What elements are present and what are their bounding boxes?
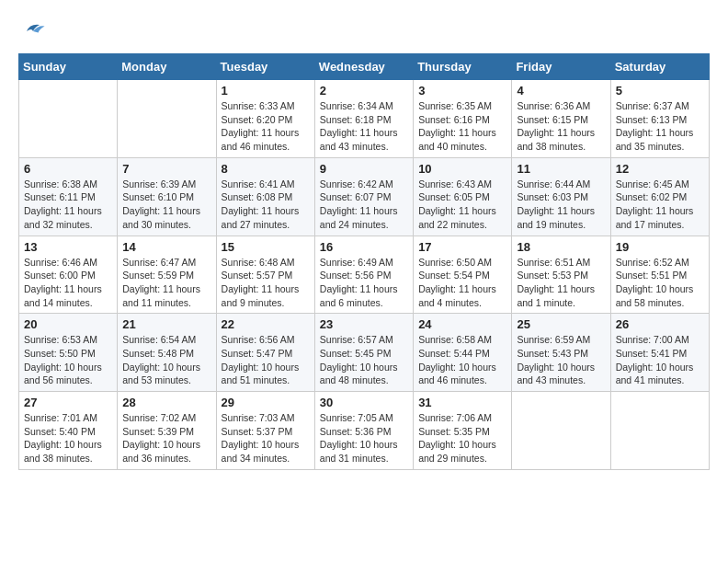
day-detail: Sunrise: 6:51 AMSunset: 5:53 PMDaylight:… bbox=[517, 256, 605, 310]
day-number: 21 bbox=[122, 317, 210, 331]
day-detail: Sunrise: 6:59 AMSunset: 5:43 PMDaylight:… bbox=[517, 333, 605, 387]
column-header-wednesday: Wednesday bbox=[314, 54, 413, 80]
day-number: 13 bbox=[24, 240, 112, 254]
day-detail: Sunrise: 7:02 AMSunset: 5:39 PMDaylight:… bbox=[122, 411, 210, 465]
calendar-cell: 24Sunrise: 6:58 AMSunset: 5:44 PMDayligh… bbox=[414, 314, 512, 392]
calendar-cell: 16Sunrise: 6:49 AMSunset: 5:56 PMDayligh… bbox=[314, 236, 413, 314]
day-detail: Sunrise: 6:33 AMSunset: 6:20 PMDaylight:… bbox=[222, 99, 310, 154]
day-detail: Sunrise: 6:47 AMSunset: 5:59 PMDaylight:… bbox=[122, 256, 210, 310]
calendar-cell bbox=[118, 80, 216, 158]
page-header bbox=[18, 18, 710, 44]
day-detail: Sunrise: 6:36 AMSunset: 6:15 PMDaylight:… bbox=[517, 99, 605, 154]
calendar-cell: 19Sunrise: 6:52 AMSunset: 5:51 PMDayligh… bbox=[610, 236, 709, 314]
calendar-cell: 11Sunrise: 6:44 AMSunset: 6:03 PMDayligh… bbox=[512, 157, 610, 236]
calendar-cell: 10Sunrise: 6:43 AMSunset: 6:05 PMDayligh… bbox=[414, 157, 512, 236]
calendar-cell: 5Sunrise: 6:37 AMSunset: 6:13 PMDaylight… bbox=[610, 80, 709, 158]
calendar-cell: 29Sunrise: 7:03 AMSunset: 5:37 PMDayligh… bbox=[216, 392, 314, 470]
day-number: 6 bbox=[24, 162, 112, 176]
day-number: 7 bbox=[122, 162, 210, 176]
day-number: 8 bbox=[222, 162, 310, 176]
day-number: 12 bbox=[616, 162, 704, 176]
calendar-cell: 3Sunrise: 6:35 AMSunset: 6:16 PMDaylight… bbox=[414, 80, 512, 158]
calendar-table: SundayMondayTuesdayWednesdayThursdayFrid… bbox=[18, 53, 710, 470]
calendar-cell: 15Sunrise: 6:48 AMSunset: 5:57 PMDayligh… bbox=[216, 236, 314, 314]
day-detail: Sunrise: 6:57 AMSunset: 5:45 PMDaylight:… bbox=[320, 333, 408, 387]
calendar-cell: 8Sunrise: 6:41 AMSunset: 6:08 PMDaylight… bbox=[216, 157, 314, 236]
day-detail: Sunrise: 6:54 AMSunset: 5:48 PMDaylight:… bbox=[122, 333, 210, 387]
day-detail: Sunrise: 6:37 AMSunset: 6:13 PMDaylight:… bbox=[616, 99, 704, 154]
calendar-cell: 12Sunrise: 6:45 AMSunset: 6:02 PMDayligh… bbox=[610, 157, 709, 236]
day-number: 19 bbox=[616, 240, 704, 254]
day-number: 25 bbox=[517, 317, 605, 331]
calendar-week-row: 1Sunrise: 6:33 AMSunset: 6:20 PMDaylight… bbox=[19, 80, 710, 158]
calendar-week-row: 6Sunrise: 6:38 AMSunset: 6:11 PMDaylight… bbox=[19, 157, 710, 236]
calendar-cell: 26Sunrise: 7:00 AMSunset: 5:41 PMDayligh… bbox=[610, 314, 709, 392]
day-number: 27 bbox=[24, 396, 112, 409]
day-number: 20 bbox=[24, 317, 112, 331]
day-number: 30 bbox=[320, 396, 408, 409]
calendar-cell: 28Sunrise: 7:02 AMSunset: 5:39 PMDayligh… bbox=[118, 392, 216, 470]
calendar-week-row: 20Sunrise: 6:53 AMSunset: 5:50 PMDayligh… bbox=[19, 314, 710, 392]
calendar-cell: 9Sunrise: 6:42 AMSunset: 6:07 PMDaylight… bbox=[314, 157, 413, 236]
day-detail: Sunrise: 6:56 AMSunset: 5:47 PMDaylight:… bbox=[222, 333, 310, 387]
day-number: 1 bbox=[222, 84, 310, 98]
column-header-friday: Friday bbox=[512, 54, 610, 80]
day-detail: Sunrise: 6:53 AMSunset: 5:50 PMDaylight:… bbox=[24, 333, 112, 387]
day-number: 9 bbox=[320, 162, 408, 176]
day-detail: Sunrise: 6:58 AMSunset: 5:44 PMDaylight:… bbox=[418, 333, 506, 387]
day-number: 18 bbox=[517, 240, 605, 254]
day-number: 28 bbox=[122, 396, 210, 409]
day-number: 17 bbox=[418, 240, 506, 254]
day-number: 26 bbox=[616, 317, 704, 331]
day-detail: Sunrise: 6:48 AMSunset: 5:57 PMDaylight:… bbox=[222, 256, 310, 310]
calendar-cell: 31Sunrise: 7:06 AMSunset: 5:35 PMDayligh… bbox=[414, 392, 512, 470]
column-header-saturday: Saturday bbox=[610, 54, 709, 80]
day-number: 15 bbox=[222, 240, 310, 254]
calendar-cell: 22Sunrise: 6:56 AMSunset: 5:47 PMDayligh… bbox=[216, 314, 314, 392]
day-number: 22 bbox=[222, 317, 310, 331]
calendar-cell: 25Sunrise: 6:59 AMSunset: 5:43 PMDayligh… bbox=[512, 314, 610, 392]
day-detail: Sunrise: 7:00 AMSunset: 5:41 PMDaylight:… bbox=[616, 333, 704, 387]
day-number: 3 bbox=[418, 84, 506, 98]
calendar-cell: 18Sunrise: 6:51 AMSunset: 5:53 PMDayligh… bbox=[512, 236, 610, 314]
calendar-cell: 20Sunrise: 6:53 AMSunset: 5:50 PMDayligh… bbox=[19, 314, 118, 392]
day-detail: Sunrise: 7:03 AMSunset: 5:37 PMDaylight:… bbox=[222, 411, 310, 465]
day-number: 4 bbox=[517, 84, 605, 98]
calendar-cell: 21Sunrise: 6:54 AMSunset: 5:48 PMDayligh… bbox=[118, 314, 216, 392]
day-detail: Sunrise: 6:49 AMSunset: 5:56 PMDaylight:… bbox=[320, 256, 408, 310]
calendar-cell: 30Sunrise: 7:05 AMSunset: 5:36 PMDayligh… bbox=[314, 392, 413, 470]
calendar-cell: 7Sunrise: 6:39 AMSunset: 6:10 PMDaylight… bbox=[118, 157, 216, 236]
column-header-thursday: Thursday bbox=[414, 54, 512, 80]
day-detail: Sunrise: 7:05 AMSunset: 5:36 PMDaylight:… bbox=[320, 411, 408, 465]
day-detail: Sunrise: 6:43 AMSunset: 6:05 PMDaylight:… bbox=[418, 178, 506, 232]
day-number: 5 bbox=[616, 84, 704, 98]
day-number: 29 bbox=[222, 396, 310, 409]
day-number: 2 bbox=[320, 84, 408, 98]
day-number: 14 bbox=[122, 240, 210, 254]
day-detail: Sunrise: 6:41 AMSunset: 6:08 PMDaylight:… bbox=[222, 178, 310, 232]
calendar-cell bbox=[512, 392, 610, 470]
day-detail: Sunrise: 6:45 AMSunset: 6:02 PMDaylight:… bbox=[616, 178, 704, 232]
calendar-cell: 1Sunrise: 6:33 AMSunset: 6:20 PMDaylight… bbox=[216, 80, 314, 158]
calendar-week-row: 27Sunrise: 7:01 AMSunset: 5:40 PMDayligh… bbox=[19, 392, 710, 470]
day-number: 23 bbox=[320, 317, 408, 331]
calendar-cell bbox=[610, 392, 709, 470]
calendar-cell: 23Sunrise: 6:57 AMSunset: 5:45 PMDayligh… bbox=[314, 314, 413, 392]
calendar-cell: 2Sunrise: 6:34 AMSunset: 6:18 PMDaylight… bbox=[314, 80, 413, 158]
calendar-cell: 27Sunrise: 7:01 AMSunset: 5:40 PMDayligh… bbox=[19, 392, 118, 470]
day-detail: Sunrise: 7:06 AMSunset: 5:35 PMDaylight:… bbox=[418, 411, 506, 465]
day-detail: Sunrise: 6:34 AMSunset: 6:18 PMDaylight:… bbox=[320, 99, 408, 154]
day-detail: Sunrise: 6:39 AMSunset: 6:10 PMDaylight:… bbox=[122, 178, 210, 232]
day-number: 31 bbox=[418, 396, 506, 409]
logo bbox=[18, 18, 46, 44]
day-number: 24 bbox=[418, 317, 506, 331]
day-detail: Sunrise: 6:38 AMSunset: 6:11 PMDaylight:… bbox=[24, 178, 112, 232]
calendar-cell: 14Sunrise: 6:47 AMSunset: 5:59 PMDayligh… bbox=[118, 236, 216, 314]
day-detail: Sunrise: 6:44 AMSunset: 6:03 PMDaylight:… bbox=[517, 178, 605, 232]
day-number: 16 bbox=[320, 240, 408, 254]
column-header-tuesday: Tuesday bbox=[216, 54, 314, 80]
day-detail: Sunrise: 6:35 AMSunset: 6:16 PMDaylight:… bbox=[418, 99, 506, 154]
calendar-cell: 17Sunrise: 6:50 AMSunset: 5:54 PMDayligh… bbox=[414, 236, 512, 314]
day-number: 10 bbox=[418, 162, 506, 176]
day-detail: Sunrise: 6:42 AMSunset: 6:07 PMDaylight:… bbox=[320, 178, 408, 232]
